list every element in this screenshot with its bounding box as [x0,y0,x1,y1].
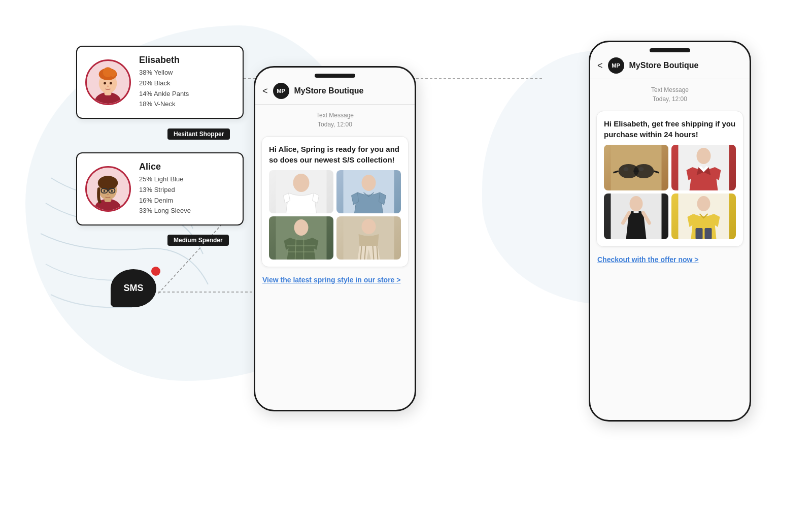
svg-point-24 [107,194,109,195]
svg-point-23 [111,190,113,192]
sms-label: SMS [123,283,143,294]
message-type-alice: Text Message [255,111,415,120]
sms-notification-dot [151,267,160,276]
message-text-elisabeth: Hi Elisabeth, get free shipping if you p… [604,118,736,140]
phone-frame-elisabeth: < MP MyStore Boutique Text Message Today… [589,41,751,422]
product-thumb-yellow-outfit [671,194,736,239]
svg-point-26 [293,174,310,192]
product-thumb-sunglasses [604,145,668,190]
product-thumb-denim-jacket [336,170,401,213]
customer-name-elisabeth: Elisabeth [139,55,232,66]
fashion-figure-stripe [336,216,401,260]
store-name-alice: MyStore Boutique [294,86,364,95]
svg-point-13 [107,85,109,87]
fashion-figure-plaid [269,216,333,260]
store-logo-alice: MP [273,83,289,99]
message-meta-elisabeth: Text Message Today, 12:00 [590,79,750,107]
fashion-figure-sunglasses [604,145,668,190]
avatar-svg-elisabeth [87,61,129,104]
back-button-elisabeth[interactable]: < [597,60,603,71]
product-grid-elisabeth [604,145,736,239]
avatar-svg-alice [87,168,129,211]
message-time-elisabeth: Today, 12:00 [590,94,750,104]
product-thumb-white-sweater [269,170,333,213]
badge-medium-spender: Medium Spender [167,235,229,246]
svg-point-22 [104,190,106,192]
fashion-figure-blackdress [604,194,668,239]
svg-point-18 [98,176,118,190]
svg-point-30 [294,219,309,236]
svg-rect-54 [639,211,641,215]
svg-point-48 [639,167,644,171]
svg-point-36 [362,219,376,234]
message-type-elisabeth: Text Message [590,85,750,94]
phone-notch-1 [315,74,355,78]
svg-rect-53 [631,211,634,215]
fashion-figure-blazer [671,145,736,190]
fashion-figure-white [269,170,333,213]
store-name-elisabeth: MyStore Boutique [629,61,699,70]
cta-link-alice[interactable]: View the latest spring style in our stor… [255,271,415,288]
phone-notch-2 [650,48,690,52]
sms-circle: SMS [111,269,156,307]
svg-point-11 [104,82,106,84]
card-info-alice: Alice 25% Light Blue 13% Striped 16% Den… [139,162,232,216]
cta-link-elisabeth[interactable]: Checkout with the offer now > [590,251,750,268]
message-bubble-alice: Hi Alice, Spring is ready for you and so… [261,136,409,267]
customer-stats-alice: 25% Light Blue 13% Striped 16% Denim 33%… [139,174,232,216]
svg-rect-57 [696,228,703,239]
svg-point-56 [697,196,710,211]
message-bubble-elisabeth: Hi Elisabeth, get free shipping if you p… [596,111,743,247]
back-button-alice[interactable]: < [262,86,268,96]
svg-rect-58 [705,228,712,239]
message-meta-alice: Text Message Today, 12:00 [255,105,415,132]
svg-point-12 [110,82,112,84]
fashion-figure-denim [336,170,401,213]
badge-hesitant-shopper: Hesitant Shopper [167,128,230,140]
avatar-alice [85,166,131,212]
phone-header-alice: < MP MyStore Boutique [255,78,415,105]
product-thumb-striped-pants [336,216,401,260]
product-thumb-plaid-shirt [269,216,333,260]
customer-name-alice: Alice [139,162,232,172]
product-thumb-red-blazer [671,145,736,190]
product-grid-alice [269,170,401,260]
svg-point-52 [630,196,643,211]
sms-bubble: SMS [111,269,161,310]
svg-point-10 [109,70,116,77]
customer-card-alice: Alice 25% Light Blue 13% Striped 16% Den… [76,152,244,225]
avatar-elisabeth [85,59,131,105]
message-time-alice: Today, 12:00 [255,120,415,129]
svg-point-47 [624,167,629,171]
svg-point-50 [697,148,711,164]
customer-card-elisabeth: Elisabeth 38% Yellow 20% Black 14% Ankle… [76,46,244,119]
customer-stats-elisabeth: 38% Yellow 20% Black 14% Ankle Pants 18%… [139,68,232,110]
card-info-elisabeth: Elisabeth 38% Yellow 20% Black 14% Ankle… [139,55,232,110]
product-thumb-black-dress [604,194,668,239]
phone-frame-alice: < MP MyStore Boutique Text Message Today… [254,66,416,411]
svg-point-28 [362,175,376,191]
store-logo-elisabeth: MP [608,57,624,74]
message-text-alice: Hi Alice, Spring is ready for you and so… [269,144,401,165]
phone-header-elisabeth: < MP MyStore Boutique [590,52,750,79]
fashion-figure-yellow [671,194,736,239]
